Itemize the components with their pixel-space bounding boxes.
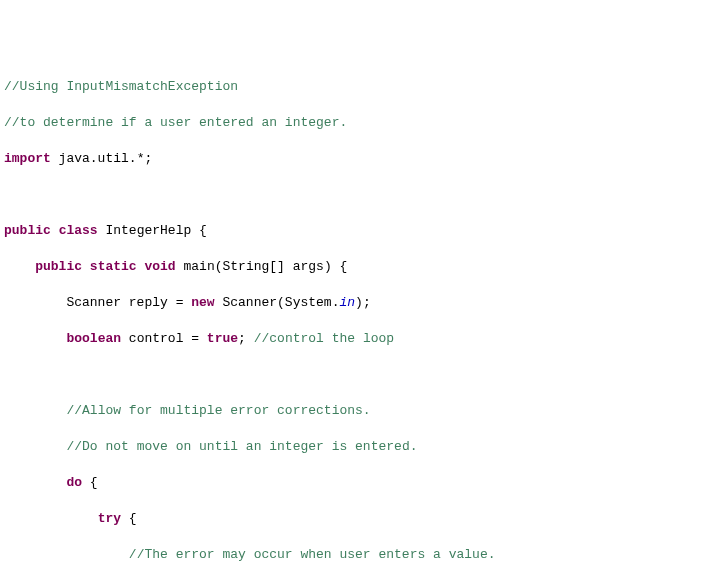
keyword-import: import bbox=[4, 151, 51, 166]
code-line: //to determine if a user entered an inte… bbox=[4, 114, 702, 132]
indent bbox=[4, 511, 98, 526]
comment-text: //Do not move on until an integer is ent… bbox=[66, 439, 417, 454]
keyword-new: new bbox=[191, 295, 214, 310]
blank-line bbox=[4, 186, 702, 204]
space bbox=[82, 259, 90, 274]
code-line: //Allow for multiple error corrections. bbox=[4, 402, 702, 420]
code-text: control = bbox=[121, 331, 207, 346]
space bbox=[51, 223, 59, 238]
keyword-try: try bbox=[98, 511, 121, 526]
keyword-public: public bbox=[35, 259, 82, 274]
blank-line bbox=[4, 366, 702, 384]
keyword-void: void bbox=[144, 259, 175, 274]
code-text: java.util.*; bbox=[51, 151, 152, 166]
code-line: import java.util.*; bbox=[4, 150, 702, 168]
indent bbox=[4, 475, 66, 490]
comment-text: //to determine if a user entered an inte… bbox=[4, 115, 347, 130]
static-field-in: in bbox=[339, 295, 355, 310]
code-line: //The error may occur when user enters a… bbox=[4, 546, 702, 564]
keyword-do: do bbox=[66, 475, 82, 490]
code-text: Scanner reply = bbox=[4, 295, 191, 310]
code-text: { bbox=[121, 511, 137, 526]
indent bbox=[4, 331, 66, 346]
code-line: Scanner reply = new Scanner(System.in); bbox=[4, 294, 702, 312]
keyword-true: true bbox=[207, 331, 238, 346]
code-line: public class IntegerHelp { bbox=[4, 222, 702, 240]
code-line: try { bbox=[4, 510, 702, 528]
code-text: ); bbox=[355, 295, 371, 310]
code-line: public static void main(String[] args) { bbox=[4, 258, 702, 276]
code-text: { bbox=[82, 475, 98, 490]
keyword-public: public bbox=[4, 223, 51, 238]
code-text: IntegerHelp { bbox=[98, 223, 207, 238]
indent bbox=[4, 439, 66, 454]
indent bbox=[4, 403, 66, 418]
code-text: main(String[] args) { bbox=[176, 259, 348, 274]
code-line: boolean control = true; //control the lo… bbox=[4, 330, 702, 348]
comment-text: //Using InputMismatchException bbox=[4, 79, 238, 94]
code-text: ; bbox=[238, 331, 254, 346]
keyword-class: class bbox=[59, 223, 98, 238]
comment-text: //control the loop bbox=[254, 331, 394, 346]
code-text: Scanner(System. bbox=[215, 295, 340, 310]
comment-text: //The error may occur when user enters a… bbox=[129, 547, 496, 562]
keyword-boolean: boolean bbox=[66, 331, 121, 346]
code-line: //Using InputMismatchException bbox=[4, 78, 702, 96]
keyword-static: static bbox=[90, 259, 137, 274]
code-line: //Do not move on until an integer is ent… bbox=[4, 438, 702, 456]
comment-text: //Allow for multiple error corrections. bbox=[66, 403, 370, 418]
indent bbox=[4, 547, 129, 562]
code-line: do { bbox=[4, 474, 702, 492]
indent bbox=[4, 259, 35, 274]
